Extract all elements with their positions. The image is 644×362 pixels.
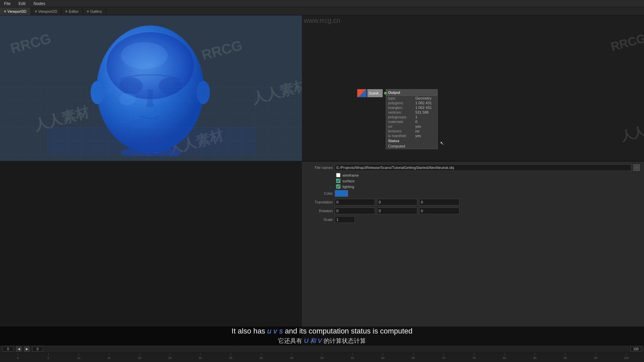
tab-gallery[interactable]: Gallery bbox=[83, 7, 106, 15]
wireframe-label: wireframe bbox=[342, 173, 359, 177]
timeline-current: 0 bbox=[32, 346, 43, 352]
popup-key-triangles: triangles: bbox=[386, 105, 413, 110]
ruler-mark-85: 85 bbox=[520, 353, 550, 362]
svg-rect-11 bbox=[47, 127, 255, 154]
surface-label: surface bbox=[342, 179, 355, 183]
translation-x-input[interactable] bbox=[335, 199, 375, 205]
node-thumbnail[interactable]: ScanA... bbox=[357, 88, 387, 98]
tab-label-viewport3d: Viewport3D bbox=[7, 9, 26, 13]
wm7: RRCG bbox=[609, 31, 644, 54]
node-connector bbox=[384, 92, 387, 95]
timeline: 0 ◀ ▶ 0 100 0510152025303540455055606570… bbox=[0, 345, 644, 362]
popup-row-polygroups: polygroups: 1 bbox=[386, 115, 437, 119]
rotation-row: Rotation bbox=[306, 207, 640, 214]
surface-checkbox[interactable] bbox=[336, 179, 340, 183]
tab-label-viewport2d: Viewport2D bbox=[38, 9, 57, 13]
popup-val-textures: no bbox=[413, 129, 437, 133]
wireframe-checkbox[interactable] bbox=[336, 173, 340, 177]
node-label-box: ScanA... bbox=[367, 89, 383, 97]
popup-status-label: Status bbox=[386, 138, 437, 143]
popup-val-manifold: yes bbox=[413, 133, 437, 138]
ruler-mark-25: 25 bbox=[155, 353, 185, 362]
ruler-mark-100: 100 bbox=[611, 353, 641, 362]
popup-key-polygons: polygons: bbox=[386, 101, 413, 105]
surface-row: surface bbox=[336, 179, 640, 183]
ruler-mark-70: 70 bbox=[428, 353, 459, 362]
popup-val-triangles: 1 062 431 bbox=[413, 105, 437, 110]
ruler-mark-20: 20 bbox=[124, 353, 155, 362]
timeline-play-button[interactable]: ▶ bbox=[24, 346, 30, 352]
rotation-y-input[interactable] bbox=[377, 207, 417, 214]
tab-editor[interactable]: Editor bbox=[61, 7, 83, 15]
wm12: 人人素材 bbox=[619, 117, 644, 145]
grid-floor bbox=[0, 87, 302, 161]
cursor-indicator: ↖ bbox=[440, 140, 444, 146]
timeline-ruler[interactable]: 0510152025303540455055606570758085909510… bbox=[0, 353, 644, 362]
menu-file[interactable]: File bbox=[3, 1, 12, 7]
ruler-mark-75: 75 bbox=[459, 353, 489, 362]
rotation-z-input[interactable] bbox=[419, 207, 460, 214]
info-popup: Output type: Geometry polygons: 1 062 43… bbox=[386, 89, 438, 149]
viewport-3d[interactable]: RRCG 人人素材 人人素材 人人素材 RRCG 人人素材 bbox=[0, 15, 302, 161]
popup-row-textures: textures: no bbox=[386, 129, 437, 133]
subtitle-english: It also has u v s and its computation st… bbox=[231, 327, 412, 336]
ruler-mark-30: 30 bbox=[185, 353, 216, 362]
popup-row-vertices: vertices: 531 588 bbox=[386, 110, 437, 115]
ruler-mark-95: 95 bbox=[581, 353, 611, 362]
scale-label: Scale bbox=[306, 218, 333, 222]
popup-row-polygons: polygons: 1 062 431 bbox=[386, 101, 437, 105]
lighting-label: lighting bbox=[342, 185, 354, 189]
popup-key-uv: uv: bbox=[386, 124, 413, 129]
color-swatch[interactable] bbox=[335, 190, 348, 197]
lighting-row: lighting bbox=[336, 184, 640, 189]
ruler-mark-0: 0 bbox=[3, 353, 33, 362]
timeline-controls: 0 ◀ ▶ 0 100 bbox=[0, 346, 644, 353]
svg-point-8 bbox=[121, 42, 168, 69]
file-names-input[interactable] bbox=[335, 164, 631, 171]
ruler-mark-90: 90 bbox=[550, 353, 581, 362]
tab-viewport2d[interactable]: Viewport2D bbox=[31, 7, 62, 15]
translation-z-input[interactable] bbox=[419, 199, 460, 205]
popup-row-manifold: is manifold: yes bbox=[386, 133, 437, 138]
timeline-prev-button[interactable]: ◀ bbox=[16, 346, 21, 352]
rotation-label: Rotation bbox=[306, 209, 333, 213]
menu-nodes[interactable]: Nodes bbox=[32, 1, 47, 7]
rotation-x-input[interactable] bbox=[335, 207, 375, 214]
translation-label: Translation bbox=[306, 200, 333, 204]
subtitle-bar: It also has u v s and its computation st… bbox=[0, 326, 644, 345]
popup-val-materials: 0 bbox=[413, 119, 437, 124]
popup-key-manifold: is manifold: bbox=[386, 133, 413, 138]
node-color-preview bbox=[357, 89, 367, 97]
menubar: File Edit Nodes bbox=[0, 0, 644, 7]
popup-status-value: Computed bbox=[386, 143, 437, 149]
popup-val-polygroups: 1 bbox=[413, 115, 437, 119]
file-browse-button[interactable]: ⋯ bbox=[633, 164, 640, 171]
color-row: Color bbox=[306, 190, 640, 197]
color-label: Color bbox=[306, 191, 333, 195]
ruler-mark-10: 10 bbox=[63, 353, 94, 362]
tab-viewport3d[interactable]: Viewport3D bbox=[0, 7, 31, 15]
wireframe-row: wireframe bbox=[336, 173, 640, 177]
lighting-checkbox[interactable] bbox=[336, 184, 340, 189]
tab-dot-editor bbox=[65, 10, 67, 12]
right-panel: RRCG 人人素材 人人素材 人人素材 RRCG 人人素材 人人素材 人人素材 … bbox=[302, 15, 644, 161]
popup-key-polygroups: polygroups: bbox=[386, 115, 413, 119]
file-names-label: File names bbox=[306, 166, 333, 170]
scale-input[interactable] bbox=[335, 216, 355, 223]
menu-edit[interactable]: Edit bbox=[17, 1, 27, 7]
popup-val-vertices: 531 588 bbox=[413, 110, 437, 115]
ruler-mark-60: 60 bbox=[368, 353, 398, 362]
ruler-mark-80: 80 bbox=[489, 353, 520, 362]
tab-dot-gallery bbox=[87, 10, 89, 12]
popup-key-textures: textures: bbox=[386, 129, 413, 133]
ruler-mark-50: 50 bbox=[307, 353, 337, 362]
tab-dot-viewport3d bbox=[4, 10, 6, 12]
subtitle-chinese: 它还具有 U 和 V 的计算状态计算 bbox=[278, 337, 366, 345]
ruler-mark-15: 15 bbox=[94, 353, 124, 362]
ruler-mark-55: 55 bbox=[337, 353, 368, 362]
ruler-mark-40: 40 bbox=[246, 353, 276, 362]
popup-key-vertices: vertices: bbox=[386, 110, 413, 115]
popup-row-type: type: Geometry bbox=[386, 96, 437, 101]
translation-y-input[interactable] bbox=[377, 199, 417, 205]
timeline-end: 100 bbox=[631, 346, 641, 352]
